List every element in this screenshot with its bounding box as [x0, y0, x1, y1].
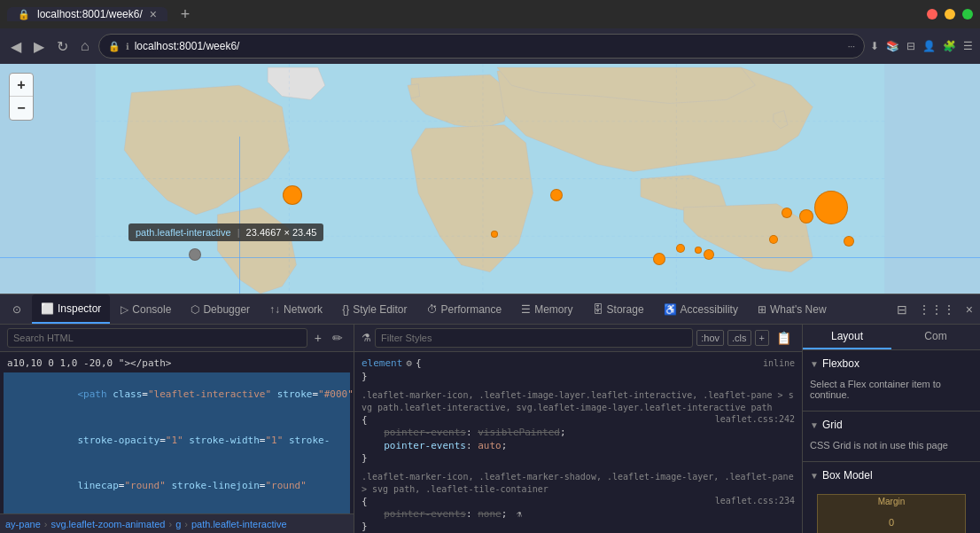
tab-accessibility-label: Accessibility — [681, 303, 738, 316]
margin-box: Margin 0 — [817, 494, 966, 533]
origin-1: leaflet.css:242 — [715, 414, 795, 426]
search-html-input[interactable] — [7, 328, 307, 348]
layout-tab-layout[interactable]: Layout — [803, 325, 891, 349]
grid-desc: CSS Grid is not in use this page — [810, 440, 948, 451]
prop-name-1: pointer-events — [384, 427, 466, 438]
breadcrumb-g[interactable]: g — [175, 519, 181, 529]
tab-close-button[interactable]: × — [150, 7, 157, 21]
inspector-panel: + ✏ a10,10 0 1,0 -20,0 "></path> <path c… — [0, 325, 354, 533]
address-bar[interactable]: 🔒 ℹ localhost:8001/week6/ ··· — [98, 34, 865, 59]
rule-2-header: { leaflet.css:234 — [362, 496, 795, 507]
rule-1-header: { leaflet.css:242 — [362, 414, 795, 426]
margin-value[interactable]: 0 — [889, 517, 894, 528]
class-toggle-button[interactable]: .cls — [727, 330, 751, 346]
flexbox-header[interactable]: ▼ Flexbox — [810, 357, 973, 370]
active-tab[interactable]: 🔒 localhost:8001/week6/ × — [7, 7, 167, 21]
storage-icon: 🗄 — [593, 303, 603, 316]
layout-panel: Layout Com ▼ Flexbox Select a Flex conta… — [803, 325, 980, 533]
minimize-window-button[interactable] — [945, 9, 955, 20]
nav-bar: ◀ ▶ ↻ ⌂ 🔒 ℹ localhost:8001/week6/ ··· ⬇ … — [0, 28, 980, 64]
flexbox-section: ▼ Flexbox Select a Flex container item t… — [803, 350, 980, 411]
tab-console[interactable]: ▷ Console — [112, 294, 180, 324]
window-controls — [927, 9, 973, 20]
box-model-chevron: ▼ — [810, 471, 819, 481]
breadcrumb-svg[interactable]: svg.leaflet-zoom-animated — [51, 519, 165, 529]
home-button[interactable]: ⌂ — [77, 35, 93, 58]
info-icon: ℹ — [126, 42, 129, 51]
map-dot — [653, 253, 665, 265]
breadcrumb-ay-pane[interactable]: ay-pane — [5, 519, 41, 529]
tab-whats-new[interactable]: ⊞ What's New — [749, 294, 836, 324]
tab-accessibility[interactable]: ♿ Accessibility — [655, 294, 747, 324]
tab-style-editor[interactable]: {} Style Editor — [333, 294, 416, 324]
lock-icon: 🔒 — [108, 41, 121, 52]
zoom-in-button[interactable]: + — [10, 74, 33, 97]
prop-value-1: visiblePainted — [478, 427, 560, 438]
hover-toggle-button[interactable]: :hov — [696, 330, 724, 346]
box-model-header[interactable]: ▼ Box Model — [810, 469, 973, 482]
copy-styles-button[interactable]: 📋 — [773, 329, 795, 347]
tooltip-coords: 23.4667 × 23.45 — [246, 227, 317, 238]
style-rule-leaflet-1: .leaflet-marker-icon, .leaflet-image-lay… — [362, 389, 795, 464]
zoom-out-button[interactable]: − — [10, 97, 33, 120]
filter-styles-input[interactable] — [375, 328, 693, 348]
performance-icon: ⏱ — [427, 303, 438, 316]
element-origin: inline — [763, 358, 795, 368]
tab-devtools-picker[interactable]: ⊙ — [4, 294, 30, 324]
devtools-panel: ⊙ ⬜ Inspector ▷ Console ⬡ Debugger ↑↓ Ne… — [0, 294, 980, 533]
map-dot — [676, 244, 685, 253]
tab-inspector[interactable]: ⬜ Inspector — [32, 294, 110, 324]
flexbox-title: Flexbox — [822, 357, 859, 370]
tab-storage[interactable]: 🗄 Storage — [584, 294, 653, 324]
html-line: a10,10 0 1,0 -20,0 "></path> — [4, 356, 350, 372]
download-icon[interactable]: ⬇ — [870, 40, 879, 52]
back-button[interactable]: ◀ — [7, 35, 25, 59]
tab-network[interactable]: ↑↓ Network — [261, 294, 331, 324]
style-rule-element: element ⚙ { inline } — [362, 356, 795, 382]
tab-memory[interactable]: ☰ Memory — [512, 294, 581, 324]
map-zoom-controls: + − — [9, 73, 34, 121]
add-node-button[interactable]: + — [311, 329, 325, 347]
more-button[interactable]: ⋮⋮⋮ — [914, 301, 959, 318]
more-options-icon[interactable]: ··· — [848, 42, 855, 51]
close-devtools-button[interactable]: × — [962, 301, 976, 318]
main-area: path.leaflet-interactive | 23.4667 × 23.… — [0, 64, 980, 533]
html-line-selected[interactable]: <path class="leaflet-interactive" stroke… — [4, 372, 350, 419]
grid-header[interactable]: ▼ Grid — [810, 419, 973, 431]
inspector-icon: ⬜ — [41, 302, 54, 315]
menu-icon[interactable]: ☰ — [963, 40, 973, 52]
sync-icon[interactable]: ⊟ — [906, 40, 915, 52]
extensions-icon[interactable]: 🧩 — [943, 40, 956, 52]
maximize-window-button[interactable] — [962, 9, 973, 20]
tab-whats-new-label: What's New — [770, 303, 827, 316]
account-icon[interactable]: 👤 — [922, 40, 936, 52]
network-icon: ↑↓ — [269, 303, 280, 316]
devtools-tabs-bar: ⊙ ⬜ Inspector ▷ Console ⬡ Debugger ↑↓ Ne… — [0, 294, 980, 325]
forward-button[interactable]: ▶ — [30, 35, 48, 59]
whats-new-icon: ⊞ — [758, 303, 766, 316]
tab-memory-label: Memory — [534, 303, 572, 316]
tab-performance[interactable]: ⏱ Performance — [418, 294, 511, 324]
layout-tab-com[interactable]: Com — [891, 325, 980, 349]
breadcrumb-sep-1: › — [44, 519, 48, 529]
breadcrumb-path[interactable]: path.leaflet-interactive — [191, 519, 287, 529]
tab-debugger[interactable]: ⬡ Debugger — [182, 294, 259, 324]
reload-button[interactable]: ↻ — [53, 35, 72, 59]
map-container: path.leaflet-interactive | 23.4667 × 23.… — [0, 64, 980, 294]
grid-title: Grid — [822, 419, 843, 431]
style-rule-leaflet-2: .leaflet-marker-icon, .leaflet-marker-sh… — [362, 471, 795, 532]
element-settings-icon[interactable]: ⚙ — [406, 357, 412, 369]
pick-element-button[interactable]: ✏ — [329, 329, 346, 347]
close-window-button[interactable] — [927, 9, 937, 20]
new-tab-button[interactable]: + — [173, 5, 198, 24]
map-dot — [782, 208, 792, 218]
library-icon[interactable]: 📚 — [886, 40, 899, 52]
tab-inspector-label: Inspector — [58, 302, 101, 315]
world-map-svg — [0, 64, 980, 294]
html-line-selected-2: stroke-opacity="1" stroke-width="1" stro… — [4, 418, 350, 464]
browser-chrome: 🔒 localhost:8001/week6/ × + ◀ ▶ ↻ ⌂ 🔒 ℹ … — [0, 0, 980, 64]
style-prop-3: pointer-events: none; ⚗ — [362, 507, 795, 521]
dock-button[interactable]: ⊟ — [893, 301, 911, 318]
add-rule-button[interactable]: + — [755, 330, 769, 346]
filter-icon: ⚗ — [362, 332, 371, 344]
